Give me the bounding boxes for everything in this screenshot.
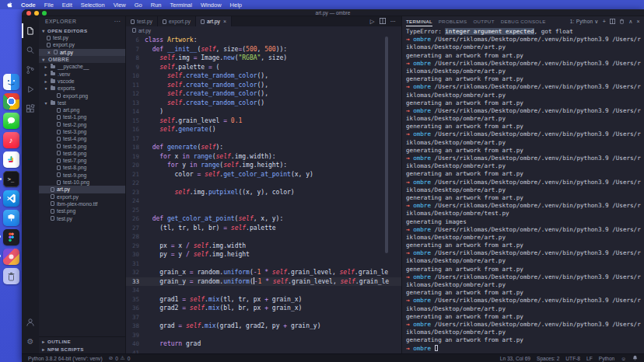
source-control-icon[interactable] <box>22 60 39 79</box>
code-line[interactable]: 26 def get_color_at_point(self, x, y): <box>126 214 401 224</box>
slack-icon[interactable] <box>3 151 19 168</box>
account-icon[interactable] <box>22 312 39 332</box>
tree-item[interactable]: test-8.png <box>39 164 125 171</box>
menu-item-selection[interactable]: Selection <box>81 2 105 9</box>
apple-menu-icon[interactable] <box>6 2 12 9</box>
code-line[interactable]: 34 <box>126 286 401 295</box>
close-window-button[interactable] <box>26 11 31 16</box>
code-line[interactable]: 20 for y in range(self.img.height): <box>126 161 401 170</box>
minimize-window-button[interactable] <box>34 11 39 16</box>
section-npm-scripts[interactable]: ▸NPM SCRIPTS <box>39 345 125 353</box>
code-line[interactable]: 33 grain_y = random.uniform(-1 * self.gr… <box>126 277 401 287</box>
tree-item[interactable]: ibm-plex-mono.ttf <box>39 200 125 207</box>
code-line[interactable]: 7 def __init__(self, size=(500, 500)): <box>126 45 401 54</box>
workspace-section[interactable]: ▾OMBRE <box>39 56 125 63</box>
menu-item-terminal[interactable]: Terminal <box>170 2 192 9</box>
open-editor-item[interactable]: ×art.py <box>39 49 125 56</box>
open-editors-section[interactable]: ▾OPEN EDITORS <box>39 26 125 34</box>
tree-item[interactable]: test-3.png <box>39 128 125 135</box>
code-line[interactable]: 6class Artwork: <box>126 36 401 45</box>
notifications-bell-icon[interactable] <box>632 355 638 361</box>
code-line[interactable]: 22 <box>126 179 401 188</box>
split-terminal-icon[interactable] <box>610 19 615 25</box>
status-item[interactable]: LF <box>586 356 593 361</box>
code-line[interactable]: 14 ) <box>126 107 401 117</box>
menu-item-run[interactable]: Run <box>151 2 162 9</box>
editor-scrollbar[interactable] <box>385 37 388 253</box>
terminal-tab-terminal[interactable]: TERMINAL <box>406 16 432 26</box>
menu-item-view[interactable]: View <box>114 2 126 9</box>
explorer-icon[interactable] <box>22 21 39 40</box>
finder-icon[interactable] <box>3 74 19 90</box>
photos-icon[interactable] <box>3 249 19 265</box>
code-line[interactable]: 12 self.create_random_color(), <box>126 89 401 99</box>
tab-art.py[interactable]: art.py× <box>196 16 232 26</box>
trash-icon[interactable] <box>619 19 625 25</box>
code-line[interactable]: 24 <box>126 197 401 206</box>
tree-item[interactable]: test-2.png <box>39 121 125 128</box>
code-line[interactable]: 31 <box>126 259 401 269</box>
tree-item[interactable]: ▾exports <box>39 85 125 92</box>
tree-item[interactable]: export.png <box>39 92 125 99</box>
code-line[interactable]: 39 <box>126 331 401 340</box>
run-file-icon[interactable]: ▷ <box>370 18 375 25</box>
tree-item[interactable]: export.py <box>39 193 125 200</box>
code-line[interactable]: 41 <box>126 349 401 354</box>
tree-item[interactable]: test-4.png <box>39 135 125 142</box>
tree-item[interactable]: ▸.venv <box>39 70 125 77</box>
search-icon[interactable] <box>22 40 39 60</box>
tree-item[interactable]: art.png <box>39 106 125 113</box>
figma-icon[interactable] <box>3 229 19 245</box>
open-editor-item[interactable]: test.py <box>39 34 125 41</box>
tree-item[interactable]: test-1.png <box>39 113 125 120</box>
code-line[interactable]: 32 grain_x = random.uniform(-1 * self.gr… <box>126 268 401 277</box>
terminal-tab-output[interactable]: OUTPUT <box>473 16 494 26</box>
code-line[interactable]: 29 px = x / self.img.width <box>126 242 401 251</box>
maximize-panel-icon[interactable]: ∧ <box>628 19 632 24</box>
tree-item[interactable]: ▸__pycache__ <box>39 63 125 70</box>
terminal-icon[interactable]: >_ <box>3 171 19 187</box>
code-line[interactable]: 28 <box>126 232 401 242</box>
tree-item[interactable]: test-9.png <box>39 172 125 179</box>
python-interpreter[interactable]: Python 3.8.2 64-bit ('venv': venv) <box>28 356 103 361</box>
code-line[interactable]: 18 def generate(self): <box>126 143 401 152</box>
vscode-icon[interactable] <box>3 190 19 207</box>
tree-item[interactable]: ▸vscode <box>39 78 125 85</box>
code-line[interactable]: 38 grad = self.mix(grad1, grad2, py + gr… <box>126 322 401 331</box>
code-line[interactable]: 23 self.img.putpixel((x, y), color) <box>126 188 401 197</box>
menu-item-code[interactable]: Code <box>21 2 36 9</box>
tab-export.py[interactable]: export.py <box>158 16 196 26</box>
code-line[interactable]: 30 py = y / self.img.height <box>126 250 401 259</box>
code-editor[interactable]: 6class Artwork:7 def __init__(self, size… <box>126 34 401 353</box>
code-line[interactable]: 36 grad2 = self.mix(bl, br, px + grain_x… <box>126 304 401 313</box>
split-editor-icon[interactable] <box>380 18 386 26</box>
tree-item[interactable]: art.py <box>39 186 125 193</box>
explorer-more-actions-icon[interactable]: ⋯ <box>114 18 121 25</box>
code-line[interactable]: 19 for x in range(self.img.width): <box>126 152 401 162</box>
gear-icon[interactable]: ⚙ <box>22 332 39 351</box>
terminal-tab-problems[interactable]: PROBLEMS <box>439 16 467 26</box>
code-line[interactable]: 11 self.create_random_color(), <box>126 81 401 90</box>
menu-item-go[interactable]: Go <box>135 2 142 9</box>
trash-icon[interactable] <box>3 268 19 284</box>
terminal-content[interactable]: TypeError: integer argument expected, go… <box>402 26 644 353</box>
tree-item[interactable]: test.py <box>39 214 125 221</box>
tree-item[interactable]: test-7.png <box>39 157 125 164</box>
status-item[interactable]: Python <box>599 356 615 361</box>
code-line[interactable]: 9 self.palette = ( <box>126 63 401 72</box>
code-line[interactable]: 16 self.generate() <box>126 125 401 134</box>
tree-item[interactable]: ▾test <box>39 99 125 106</box>
window-titlebar[interactable]: art.py — ombre <box>22 9 644 16</box>
code-line[interactable]: 15 self.grain_level = 0.1 <box>126 117 401 126</box>
terminal-tab-debug-console[interactable]: DEBUG CONSOLE <box>501 16 546 26</box>
problems-status[interactable]: ⊘ 0 ⚠ 0 <box>109 355 131 361</box>
keynote-icon[interactable] <box>3 210 19 226</box>
messages-icon[interactable] <box>3 113 19 129</box>
breadcrumb[interactable]: art.py <box>126 26 401 34</box>
code-line[interactable]: 8 self.img = Image.new("RGBA", size) <box>126 54 401 63</box>
section-outline[interactable]: ▸OUTLINE <box>39 337 125 345</box>
code-line[interactable]: 35 grad1 = self.mix(tl, tr, px + grain_x… <box>126 295 401 305</box>
menu-item-window[interactable]: Window <box>201 2 222 9</box>
close-panel-icon[interactable]: × <box>637 19 640 24</box>
code-line[interactable]: 37 <box>126 313 401 322</box>
